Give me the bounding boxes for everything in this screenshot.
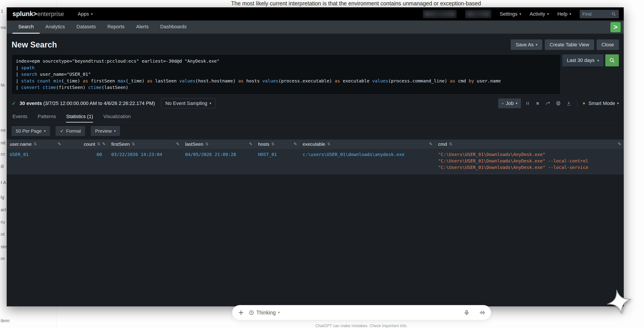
appnav-item-reports[interactable]: Reports — [102, 21, 130, 34]
settings-menu[interactable]: Settings ▾ — [500, 11, 521, 17]
topbar-right-group: Settings ▾ Activity ▾ Help ▾ — [423, 10, 619, 18]
print-job-button[interactable] — [555, 100, 562, 107]
table-toolbar: 50 Per Page ▾ ✓ Format Preview ▾ — [12, 126, 619, 136]
edit-column-icon[interactable]: ✎ — [294, 141, 297, 147]
appnav-item-dashboards[interactable]: Dashboards — [154, 21, 192, 34]
time-range-picker[interactable]: Last 30 days ▾ — [562, 54, 604, 66]
sort-icon[interactable]: ⇅ — [271, 142, 274, 146]
appnav-item-search[interactable]: Search — [12, 21, 40, 34]
caret-down-icon: ▾ — [91, 12, 93, 16]
column-header-executable[interactable]: executable⇅✎ — [300, 139, 435, 149]
cell-lastSeen[interactable]: 04/05/2026 21:09:28 — [182, 149, 255, 160]
format-button[interactable]: ✓ Format — [56, 126, 85, 136]
column-header-firstSeen[interactable]: firstSeen⇅✎ — [108, 139, 182, 149]
close-button[interactable]: Close — [596, 40, 619, 50]
sort-icon[interactable]: ⇅ — [327, 142, 330, 146]
sort-icon[interactable]: ⇅ — [449, 142, 452, 146]
activity-menu[interactable]: Activity ▾ — [530, 11, 549, 17]
column-header-cmd[interactable]: cmd⇅✎ — [435, 139, 624, 149]
cell-user-name[interactable]: USER_01 — [7, 149, 64, 160]
background-text-fragment: re — [1, 256, 5, 261]
thinking-icon — [249, 310, 254, 315]
column-label: count — [84, 141, 95, 147]
lightning-bolt-icon — [582, 101, 586, 106]
help-menu[interactable]: Help ▾ — [558, 11, 571, 17]
background-text-fragment: lg — [1, 195, 4, 200]
cell-executable[interactable]: c:\users\USER_01\downloads\anydesk.exe — [300, 149, 435, 160]
event-sampling-button[interactable]: No Event Sampling ▾ — [161, 98, 216, 108]
background-text-fragment: ste — [1, 244, 7, 249]
redacted-username[interactable] — [423, 10, 457, 18]
sort-icon[interactable]: ⇅ — [97, 142, 100, 146]
column-header-hosts[interactable]: hosts⇅✎ — [255, 139, 300, 149]
results-tab-visualization[interactable]: Visualization — [103, 114, 130, 122]
results-tab-events[interactable]: Events — [12, 114, 27, 122]
find-input[interactable] — [582, 11, 611, 17]
results-tab-statistics-1[interactable]: Statistics (1) — [66, 114, 93, 122]
divider — [577, 100, 577, 107]
plus-icon[interactable] — [238, 309, 244, 316]
edit-column-icon[interactable]: ✎ — [176, 141, 180, 147]
caret-down-icon: ▾ — [536, 43, 538, 47]
preview-button[interactable]: Preview ▾ — [91, 126, 120, 136]
appnav-item-datasets[interactable]: Datasets — [71, 21, 102, 34]
thinking-mode-chip[interactable]: Thinking ▾ — [249, 310, 280, 316]
smart-mode-button[interactable]: Smart Mode ▾ — [582, 100, 619, 106]
apps-menu[interactable]: Apps ▾ — [78, 11, 92, 17]
background-text-fragment: I A — [1, 180, 6, 185]
splunk-window: splunk>enterprise Apps ▾ Settings ▾ Acti… — [7, 7, 624, 306]
cmd-value-line[interactable]: "C:\Users\USER_01\Downloads\AnyDesk.exe" — [438, 151, 621, 158]
background-text-fragment: art — [1, 207, 6, 212]
stop-job-button[interactable] — [534, 100, 541, 107]
edit-column-icon[interactable]: ✎ — [618, 141, 621, 147]
close-label: Close — [602, 42, 614, 48]
voice-waveform-icon[interactable] — [479, 310, 485, 315]
cmd-value-line[interactable]: "C:\Users\USER_01\Downloads\AnyDesk.exe"… — [438, 158, 621, 164]
edit-column-icon[interactable]: ✎ — [58, 141, 61, 147]
appnav-item-alerts[interactable]: Alerts — [130, 21, 154, 34]
search-icon — [609, 57, 615, 64]
create-table-view-button[interactable]: Create Table View — [545, 40, 594, 50]
query-line: | spath — [16, 65, 556, 71]
page-title: New Search — [12, 40, 57, 50]
column-header-count[interactable]: count⇅✎ — [64, 139, 108, 149]
edit-column-icon[interactable]: ✎ — [429, 141, 432, 147]
appnav-item-analytics[interactable]: Analytics — [40, 21, 71, 34]
save-as-button[interactable]: Save As ▾ — [511, 40, 542, 50]
cell-cmd[interactable]: "C:\Users\USER_01\Downloads\AnyDesk.exe"… — [435, 149, 624, 173]
sort-icon[interactable]: ⇅ — [34, 142, 37, 146]
edit-column-icon[interactable]: ✎ — [102, 141, 106, 147]
per-page-button[interactable]: 50 Per Page ▾ — [12, 126, 50, 136]
search-button[interactable] — [605, 54, 619, 66]
job-menu-button[interactable]: ● Job ▾ — [498, 98, 521, 108]
results-tabs: EventsPatternsStatistics (1)Visualizatio… — [12, 114, 619, 122]
edit-column-icon[interactable]: ✎ — [249, 141, 252, 147]
microphone-icon[interactable] — [464, 310, 470, 315]
app-nav-items: SearchAnalyticsDatasetsReportsAlertsDash… — [12, 21, 192, 34]
cmd-value-line[interactable]: "C:\Users\USER_01\Downloads\AnyDesk.exe"… — [438, 164, 621, 171]
export-job-button[interactable] — [565, 100, 572, 107]
share-job-button[interactable] — [544, 100, 552, 107]
find-search-box[interactable] — [580, 10, 619, 18]
cell-hosts[interactable]: HOST_01 — [255, 149, 300, 160]
cursor-star-pointer — [604, 287, 634, 317]
cell-count[interactable]: 60 — [64, 149, 108, 160]
create-table-view-label: Create Table View — [550, 42, 589, 48]
cell-firstSeen[interactable]: 03/22/2026 14:23:04 — [108, 149, 182, 160]
per-page-label: 50 Per Page — [16, 128, 42, 134]
search-icon — [611, 12, 616, 17]
results-tab-patterns[interactable]: Patterns — [38, 114, 56, 122]
search-query-editor[interactable]: index=epm sourcetype="beyondtrust:pcclou… — [12, 54, 560, 94]
job-label: Job — [506, 100, 514, 106]
settings-menu-label: Settings — [500, 11, 518, 17]
sort-icon[interactable]: ⇅ — [206, 142, 208, 146]
column-header-user-name[interactable]: user.name⇅✎ — [7, 139, 64, 149]
sort-icon[interactable]: ⇅ — [132, 142, 135, 146]
page-header: New Search Save As ▾ Create Table View C… — [12, 40, 619, 50]
chat-composer[interactable]: Thinking ▾ — [232, 305, 491, 320]
column-header-lastSeen[interactable]: lastSeen⇅✎ — [182, 139, 255, 149]
splunk-mark-icon[interactable]: > — [610, 22, 621, 32]
chat-disclaimer: ChatGPT can make mistakes. Check importa… — [315, 323, 408, 328]
pause-job-button[interactable] — [524, 100, 531, 107]
redacted-role[interactable] — [465, 10, 491, 18]
